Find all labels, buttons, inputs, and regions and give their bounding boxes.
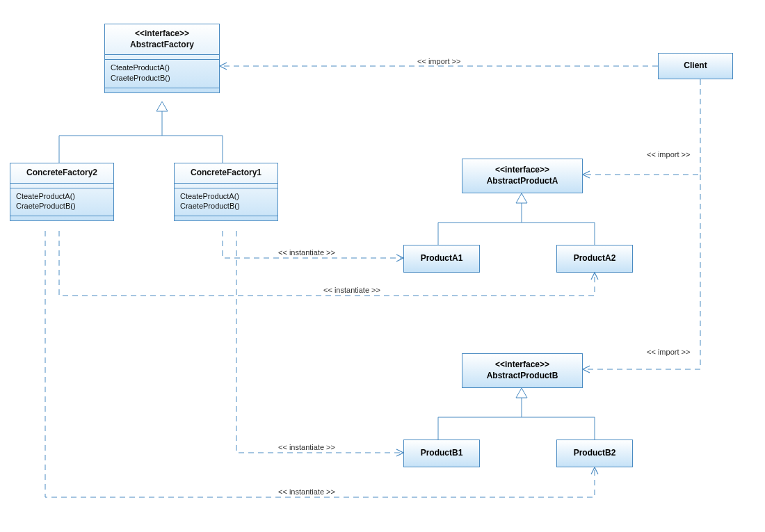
class-name: AbstractProductA [487,176,558,186]
label-import: << import >> [417,57,460,65]
class-concrete-factory-1: ConcreteFactory1 CteateProductA() Craete… [174,163,278,221]
label-import: << import >> [647,348,690,356]
class-client: Client [658,53,733,79]
label-import: << import >> [647,150,690,159]
class-footer [175,216,277,220]
operation: CteateProductA() [16,191,108,202]
class-abstract-product-a: <<interface>> AbstractProductA [462,159,583,193]
class-operations: CteateProductA() CraeteProductB() [10,188,113,216]
stereotype-label: <<interface>> [108,29,216,40]
class-name: ProductB2 [574,448,616,459]
label-instantiate: << instantiate >> [278,248,335,257]
class-abstract-factory: <<interface>> AbstractFactory CteateProd… [104,24,220,93]
operation: CraeteProductB() [111,73,214,83]
stereotype-label: <<interface>> [487,165,558,176]
operation: CraeteProductB() [180,201,272,211]
class-product-b1: ProductB1 [403,440,480,467]
operation: CraeteProductB() [16,201,108,211]
class-name: ProductB1 [421,448,463,459]
class-operations: CteateProductA() CraeteProductB() [175,188,277,216]
operation: CteateProductA() [180,191,272,202]
svg-marker-1 [516,193,527,203]
class-separator [175,184,277,188]
class-name: Client [684,61,707,72]
class-name: ConcreteFactory2 [26,168,97,177]
class-name: AbstractFactory [130,40,194,49]
label-instantiate: << instantiate >> [323,286,380,294]
label-instantiate: << instantiate >> [278,443,335,451]
operation: CteateProductA() [111,63,214,73]
class-header: ConcreteFactory1 [175,163,277,184]
class-product-b2: ProductB2 [556,440,633,467]
class-footer [10,216,113,220]
label-instantiate: << instantiate >> [278,487,335,496]
class-name: ProductA1 [421,253,463,264]
class-product-a1: ProductA1 [403,245,480,273]
class-name: ProductA2 [574,253,616,264]
svg-marker-0 [156,102,168,111]
class-name: ConcreteFactory1 [191,168,261,177]
class-header: <<interface>> AbstractFactory [105,24,219,55]
class-product-a2: ProductA2 [556,245,633,273]
class-separator [10,184,113,188]
uml-diagram-canvas: <<interface>> AbstractFactory CteateProd… [0,0,765,532]
class-footer [105,88,219,92]
class-separator [105,55,219,60]
class-operations: CteateProductA() CraeteProductB() [105,60,219,88]
class-concrete-factory-2: ConcreteFactory2 CteateProductA() Craete… [10,163,114,221]
class-name: AbstractProductB [487,371,558,380]
svg-marker-2 [516,388,527,398]
class-header: ConcreteFactory2 [10,163,113,184]
stereotype-label: <<interface>> [487,360,558,371]
class-abstract-product-b: <<interface>> AbstractProductB [462,353,583,388]
